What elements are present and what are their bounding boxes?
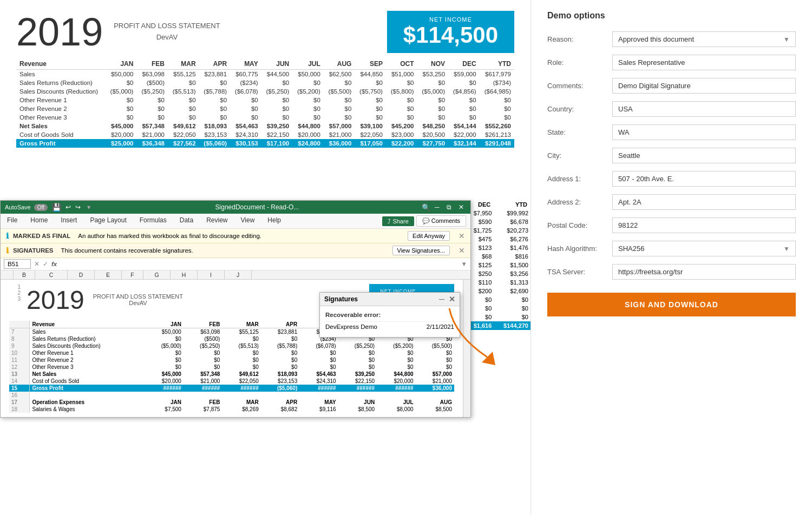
formula-fx-icon[interactable]: fx bbox=[51, 261, 57, 267]
inner-table-row: 11Other Revenue 2$0$0$0$0$0$0$0$0 bbox=[9, 356, 454, 364]
right-ytd-header: YTD bbox=[494, 200, 531, 209]
form-row-9: Hash Algorithm:SHA256▼ bbox=[547, 241, 796, 256]
sign-and-download-button[interactable]: SIGN AND DOWNLOAD bbox=[547, 293, 796, 316]
menu-home[interactable]: Home bbox=[28, 215, 50, 227]
sig-close-btn[interactable]: ✕ bbox=[449, 295, 455, 303]
autosave-toggle[interactable]: Off bbox=[34, 204, 48, 211]
row-value: $0 bbox=[386, 78, 417, 87]
form-row-5: City: bbox=[547, 148, 796, 163]
formula-cancel-icon[interactable]: ✕ bbox=[34, 260, 40, 268]
row-value: ($5,000) bbox=[417, 87, 449, 96]
form-input-5[interactable] bbox=[612, 148, 796, 163]
toolbar-save-icon[interactable]: 💾 bbox=[52, 203, 61, 212]
row-value: $0 bbox=[292, 113, 324, 122]
form-row-7: Address 2: bbox=[547, 194, 796, 210]
row-value: $0 bbox=[448, 78, 480, 87]
row-value: $0 bbox=[199, 78, 231, 87]
marked-final-close[interactable]: ✕ bbox=[459, 232, 465, 240]
menu-review[interactable]: Review bbox=[204, 215, 230, 227]
excel-minimize-btn[interactable]: ─ bbox=[435, 203, 442, 211]
menu-view[interactable]: View bbox=[239, 215, 257, 227]
row-value: $0 bbox=[168, 78, 199, 87]
menu-page-layout[interactable]: Page Layout bbox=[88, 215, 128, 227]
excel-search-icon[interactable]: 🔍 bbox=[422, 203, 430, 212]
row-value: $59,000 bbox=[448, 70, 480, 79]
right-col-row: $110$1,313 bbox=[466, 278, 531, 287]
cell-reference[interactable]: B51 bbox=[4, 259, 31, 269]
profit-loss-table: Revenue JAN FEB MAR APR MAY JUN JUL AUG … bbox=[16, 58, 514, 148]
chevron-down-icon: ▼ bbox=[783, 245, 790, 253]
marked-final-notification: ℹ MARKED AS FINAL An author has marked t… bbox=[1, 229, 470, 243]
excel-close-btn[interactable]: ✕ bbox=[459, 203, 466, 211]
col-header-nov: NOV bbox=[417, 58, 449, 70]
row-value: $0 bbox=[324, 96, 355, 104]
comments-button[interactable]: 💬 Comments bbox=[416, 215, 466, 227]
row-value: $0 bbox=[136, 104, 168, 113]
menu-formulas[interactable]: Formulas bbox=[137, 215, 169, 227]
row-value: ($5,250) bbox=[136, 87, 168, 96]
toolbar-redo-icon[interactable]: ↪ bbox=[75, 203, 81, 211]
col-header-jul: JUL bbox=[292, 58, 324, 70]
main-area: 2019 PROFIT AND LOSS STATEMENT DevAV NET… bbox=[0, 0, 531, 515]
form-input-8[interactable] bbox=[612, 217, 796, 233]
form-input-10[interactable] bbox=[612, 264, 796, 280]
form-row-10: TSA Server: bbox=[547, 264, 796, 280]
edit-anyway-button[interactable]: Edit Anyway bbox=[408, 231, 450, 241]
view-signatures-button[interactable]: View Signatures... bbox=[392, 246, 450, 255]
marked-final-text: An author has marked this workbook as fi… bbox=[78, 233, 403, 239]
col-header-revenue: Revenue bbox=[16, 58, 106, 70]
row-value: $0 bbox=[199, 104, 231, 113]
form-row-8: Postal Code: bbox=[547, 217, 796, 233]
col-h: H bbox=[171, 270, 198, 279]
row-value: $0 bbox=[417, 78, 449, 87]
row-value: $0 bbox=[230, 104, 261, 113]
cogs-row: Cost of Goods Sold$20,000$21,000$22,050$… bbox=[16, 130, 514, 139]
form-input-1[interactable] bbox=[612, 55, 796, 70]
excel-restore-btn[interactable]: ⧉ bbox=[447, 203, 454, 211]
form-input-2[interactable] bbox=[612, 78, 796, 94]
signatures-close[interactable]: ✕ bbox=[459, 246, 465, 255]
year-header: 2019 PROFIT AND LOSS STATEMENT DevAV NET… bbox=[16, 11, 514, 53]
row-value: $0 bbox=[261, 104, 293, 113]
signatures-titlebar: Signatures ─ ✕ bbox=[320, 293, 460, 306]
sig-minimize-btn[interactable]: ─ bbox=[439, 295, 444, 303]
row-value: $62,500 bbox=[324, 70, 355, 79]
row-value: $0 bbox=[292, 96, 324, 104]
signatures-text: This document contains recoverable signa… bbox=[61, 247, 388, 254]
menu-insert[interactable]: Insert bbox=[58, 215, 79, 227]
row-value: $0 bbox=[355, 96, 386, 104]
form-input-4[interactable] bbox=[612, 124, 796, 140]
formula-input[interactable] bbox=[60, 260, 457, 268]
right-col-row: $200$2,690 bbox=[466, 287, 531, 295]
formula-confirm-icon[interactable]: ✓ bbox=[43, 260, 48, 268]
dropdown-value-9: SHA256 bbox=[618, 245, 644, 253]
form-dropdown-0[interactable]: Approved this document▼ bbox=[612, 31, 796, 47]
toolbar-undo-icon[interactable]: ↩ bbox=[66, 203, 71, 211]
form-input-3[interactable] bbox=[612, 101, 796, 117]
table-row: Sales Discounts (Reduction)($5,000)($5,2… bbox=[16, 87, 514, 96]
form-input-6[interactable] bbox=[612, 171, 796, 187]
column-headers: B C D E F G H I J bbox=[1, 270, 470, 280]
right-col-row: $123$1,476 bbox=[466, 243, 531, 252]
form-input-7[interactable] bbox=[612, 194, 796, 210]
share-button[interactable]: ⤴ Share bbox=[382, 216, 414, 226]
form-dropdown-9[interactable]: SHA256▼ bbox=[612, 241, 796, 256]
col-header-jan: JAN bbox=[106, 58, 137, 70]
row-value: $50,000 bbox=[292, 70, 324, 79]
row-value: $0 bbox=[168, 96, 199, 104]
excel-menu-bar: File Home Insert Page Layout Formulas Da… bbox=[1, 214, 470, 229]
formula-expand-icon[interactable]: ▼ bbox=[461, 261, 467, 267]
row-value: ($5,500) bbox=[324, 87, 355, 96]
signatures-dialog: Signatures ─ ✕ Recoverable error: DevExp… bbox=[319, 292, 460, 338]
table-row: Sales$50,000$63,098$55,125$23,881$60,775… bbox=[16, 70, 514, 79]
menu-file[interactable]: File bbox=[5, 215, 19, 227]
row-label: Other Revenue 1 bbox=[16, 96, 106, 104]
row-value: $617,979 bbox=[480, 70, 514, 79]
menu-data[interactable]: Data bbox=[178, 215, 195, 227]
form-label-1: Role: bbox=[547, 58, 607, 67]
row-value: $0 bbox=[230, 96, 261, 104]
menu-help[interactable]: Help bbox=[265, 215, 283, 227]
row-value: $0 bbox=[324, 104, 355, 113]
row-label: Other Revenue 2 bbox=[16, 104, 106, 113]
inner-gross-profit-row: 15Gross Profit##################($5,060)… bbox=[9, 385, 454, 392]
